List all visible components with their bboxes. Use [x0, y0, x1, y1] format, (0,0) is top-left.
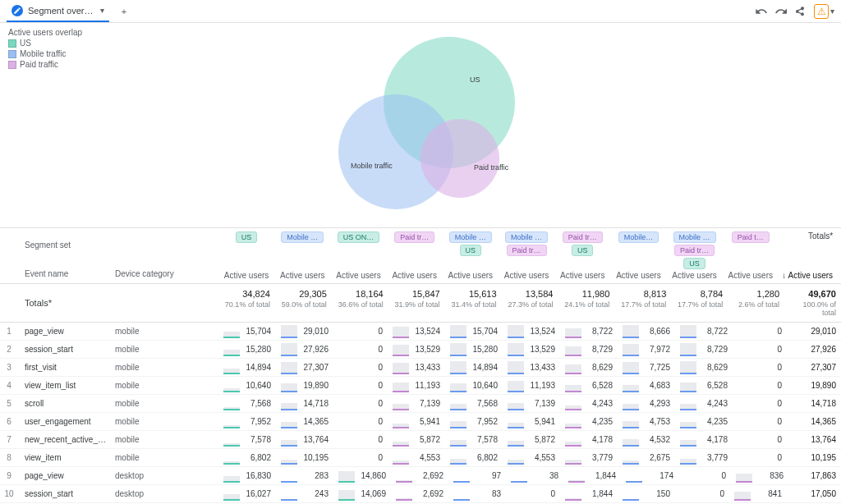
column-header-device-category[interactable]: Device category	[108, 264, 218, 283]
row-total-cell: 27,307	[787, 359, 841, 376]
table-row[interactable]: 5 scroll mobile7,56814,71807,1397,5687,1…	[0, 395, 841, 413]
data-cell: 7,568	[445, 395, 503, 412]
column-header-event-name[interactable]: Event name	[25, 269, 102, 278]
column-header-active-users[interactable]: Active users	[336, 271, 380, 280]
column-header-active-users[interactable]: Active users	[728, 271, 773, 280]
table-row[interactable]: 6 user_engagement mobile7,95214,36505,94…	[0, 413, 841, 431]
warning-badge[interactable]: ⚠	[814, 4, 829, 19]
column-header-active-users[interactable]: Active users	[560, 271, 604, 280]
row-total-cell: 17,863	[788, 467, 841, 484]
add-tab-button[interactable]: +	[114, 2, 134, 21]
data-cell: 97	[448, 467, 506, 484]
row-total-cell: 19,890	[787, 377, 841, 394]
chevron-down-icon[interactable]: ▾	[100, 6, 104, 15]
segment-column-header[interactable]: Mobile …USActive users	[443, 228, 499, 283]
segment-column-header[interactable]: Mobile…Active users	[610, 228, 666, 283]
data-cell: 14,069	[333, 485, 391, 502]
data-cell: 5,872	[388, 431, 445, 448]
segment-column-header[interactable]: Mobile …Active users	[274, 228, 330, 283]
redo-button[interactable]	[771, 2, 791, 21]
column-header-active-users[interactable]: Active users	[616, 271, 660, 280]
data-cell: 27,926	[276, 341, 333, 358]
device-category-cell: mobile	[108, 381, 218, 390]
table-row[interactable]: 8 view_item mobile6,80210,19504,5536,802…	[0, 449, 841, 467]
segment-column-header[interactable]: Mobile …Paid tr…Active users	[499, 228, 554, 283]
segment-chip: Mobile…	[618, 231, 659, 243]
event-name-cell: page_view	[18, 471, 108, 480]
grand-total-cell: 49,670100.0% of total	[784, 284, 841, 322]
data-cell: 8,666	[618, 323, 675, 340]
venn-label-mobile: Mobile traffic	[351, 161, 393, 169]
table-row[interactable]: 4 view_item_list mobile10,64019,890011,1…	[0, 377, 841, 395]
venn-label-us: US	[470, 75, 480, 83]
data-cell: 243	[276, 485, 333, 502]
data-cell: 15,704	[445, 323, 503, 340]
data-cell: 4,178	[560, 431, 618, 448]
data-cell: 1,844	[563, 467, 621, 484]
warning-dropdown-icon[interactable]: ▾	[830, 7, 834, 16]
column-header-active-users[interactable]: Active users	[392, 271, 436, 280]
data-cell: 0	[675, 485, 729, 502]
share-button[interactable]	[791, 2, 811, 21]
data-cell: 8,722	[560, 323, 618, 340]
undo-button[interactable]	[751, 2, 771, 21]
active-tab[interactable]: Segment overl… ▾	[7, 0, 109, 22]
data-cell: 13,433	[388, 359, 445, 376]
column-header-active-users[interactable]: Active users	[448, 271, 493, 280]
segment-chip: US	[460, 245, 482, 256]
segment-column-header[interactable]: Paid tr…USActive users	[554, 228, 610, 283]
segment-chip: Mobile …	[673, 231, 716, 243]
totals-cell: 13,58427.3% of total	[502, 284, 558, 322]
device-category-cell: mobile	[108, 399, 218, 408]
data-cell: 6,528	[560, 377, 618, 394]
event-name-cell: user_engagement	[18, 417, 108, 426]
device-category-cell: mobile	[108, 417, 218, 426]
data-cell: 2,692	[391, 467, 448, 484]
data-cell: 3,779	[675, 449, 733, 466]
data-cell: 836	[731, 467, 788, 484]
data-cell: 5,941	[388, 413, 445, 430]
tab-title: Segment overl…	[28, 6, 94, 16]
row-index: 8	[0, 453, 18, 462]
column-header-active-users[interactable]: Active users	[504, 271, 549, 280]
data-cell: 0	[733, 341, 787, 358]
data-cell: 4,243	[560, 395, 618, 412]
table-row[interactable]: 7 new_recent_active_user mobile7,57813,7…	[0, 431, 841, 449]
pencil-icon	[11, 5, 23, 16]
data-cell: 0	[733, 359, 787, 376]
device-category-cell: mobile	[108, 327, 218, 336]
segment-column-header[interactable]: US ON…Active users	[330, 228, 386, 283]
data-cell: 4,553	[388, 449, 445, 466]
data-cell: 7,952	[218, 413, 276, 430]
device-category-cell: mobile	[108, 453, 218, 462]
event-name-cell: view_item	[18, 453, 108, 462]
segment-column-header[interactable]: Paid t…Active users	[723, 228, 779, 283]
data-cell: 0	[333, 377, 388, 394]
column-header-active-users[interactable]: Active users	[280, 271, 324, 280]
table-row[interactable]: 3 first_visit mobile14,89427,307013,4331…	[0, 359, 841, 377]
totals-row: Totals* 34,82470.1% of total29,30559.0% …	[0, 284, 841, 323]
segment-column-header[interactable]: Paid tr…Active users	[387, 228, 443, 283]
totals-column-header[interactable]: Totals*↓ Active users	[779, 228, 841, 283]
data-cell: 13,433	[503, 359, 560, 376]
table-row[interactable]: 10 session_start desktop16,02724314,0692…	[0, 485, 841, 503]
column-header-active-users[interactable]: Active users	[224, 271, 269, 280]
data-cell: 8,629	[675, 359, 733, 376]
table-row[interactable]: 1 page_view mobile15,70429,010013,52415,…	[0, 323, 841, 341]
segment-column-header[interactable]: USActive users	[218, 228, 274, 283]
data-cell: 8,729	[675, 341, 733, 358]
row-index: 7	[0, 435, 18, 444]
segment-set-label: Segment set	[25, 241, 115, 269]
chart-title: Active users overlap	[8, 28, 82, 37]
segment-chip: US	[683, 258, 705, 269]
segment-column-header[interactable]: Mobile …Paid tr…USActive users	[667, 228, 723, 283]
data-cell: 0	[733, 449, 787, 466]
segment-chip: Mobile …	[449, 231, 492, 243]
data-cell: 10,640	[218, 377, 276, 394]
device-category-cell: mobile	[108, 345, 218, 354]
data-cell: 0	[733, 377, 787, 394]
totals-cell: 8,81317.7% of total	[614, 284, 671, 322]
column-header-active-users[interactable]: Active users	[672, 271, 716, 280]
table-row[interactable]: 9 page_view desktop16,83028314,8602,6929…	[0, 467, 841, 485]
table-row[interactable]: 2 session_start mobile15,28027,926013,52…	[0, 341, 841, 359]
